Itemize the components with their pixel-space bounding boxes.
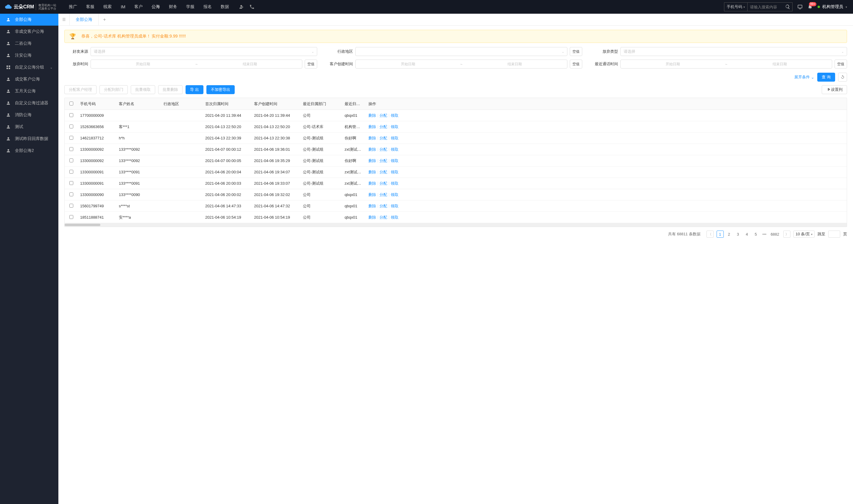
row-assign[interactable]: 分配 [379,124,387,130]
row-claim[interactable]: 领取 [391,203,399,209]
admin-region-empty-btn[interactable]: 空值 [570,47,582,56]
abandon-type-select[interactable]: 请选择⌄ [620,47,847,56]
topnav-item[interactable]: 财务 [165,0,181,14]
abandon-time-range[interactable]: 开始日期~结束日期 [91,59,302,69]
sidebar-item[interactable]: 自定义公海分组⌄ [0,61,58,73]
notifications[interactable]: 99+ [807,4,813,10]
add-user-icon[interactable] [239,4,244,10]
row-checkbox[interactable] [69,170,73,174]
pager-jump-input[interactable] [828,231,840,238]
sidebar-item[interactable]: 五月天公海 [0,85,58,97]
row-checkbox[interactable] [69,159,73,162]
pager-page[interactable]: 5 [752,231,760,238]
row-delete[interactable]: 删除 [368,215,376,220]
row-delete[interactable]: 删除 [368,181,376,186]
search-button[interactable] [783,3,792,11]
sidebar-item[interactable]: 非成交客户公海 [0,25,58,38]
pager-page[interactable]: 4 [743,231,750,238]
admin-region-select[interactable]: ⌄ [355,47,567,56]
phone-icon[interactable] [249,4,255,10]
set-columns-button[interactable]: 设置列 [822,85,847,94]
friend-source-select[interactable]: 请选择⌄ [91,47,317,56]
monitor-icon[interactable] [797,4,803,10]
search-type-select[interactable]: 手机号码 ▾ [724,3,748,11]
row-assign[interactable]: 分配 [379,203,387,209]
pager-prev[interactable]: 〈 [706,231,714,238]
row-claim[interactable]: 领取 [391,147,399,152]
row-claim[interactable]: 领取 [391,169,399,175]
tab-add[interactable]: + [98,17,110,22]
tab-all-public[interactable]: 全部公海 [70,14,98,25]
user-menu[interactable]: 机构管理员 ▾ [818,4,847,10]
row-assign[interactable]: 分配 [379,181,387,186]
sidebar-item[interactable]: 二咨公海 [0,38,58,50]
horizontal-scrollbar[interactable] [65,223,847,227]
pager-next[interactable]: 〉 [783,231,791,238]
row-checkbox[interactable] [69,215,73,219]
sidebar-item[interactable]: 全部公海 [0,14,58,25]
row-assign[interactable]: 分配 [379,169,387,175]
row-assign[interactable]: 分配 [379,136,387,141]
sidebar-item[interactable]: 注安公海 [0,50,58,61]
search-input[interactable] [748,3,783,11]
export-plain-button[interactable]: 不加密导出 [206,85,235,94]
bulk-delete-button[interactable]: 批量删除 [158,85,183,94]
row-delete[interactable]: 删除 [368,124,376,130]
row-claim[interactable]: 领取 [391,215,399,220]
recent-call-range[interactable]: 开始日期~结束日期 [620,59,832,69]
topnav-item[interactable]: 数据 [217,0,233,14]
row-delete[interactable]: 删除 [368,203,376,209]
pager-size-select[interactable]: 10 条/页▾ [794,231,815,238]
assign-manager-button[interactable]: 分配客户经理 [64,85,96,94]
customer-create-range[interactable]: 开始日期~结束日期 [355,59,567,69]
sidebar-item[interactable]: 测试昨日回库数据 [0,133,58,145]
row-checkbox[interactable] [69,147,73,151]
query-button[interactable]: 查 询 [817,73,835,82]
abandon-time-empty-btn[interactable]: 空值 [305,59,317,69]
topnav-item[interactable]: 客服 [82,0,98,14]
row-assign[interactable]: 分配 [379,158,387,164]
topnav-item[interactable]: 推广 [65,0,81,14]
sidebar-item[interactable]: 成交客户公海 [0,73,58,85]
row-delete[interactable]: 删除 [368,113,376,118]
row-assign[interactable]: 分配 [379,192,387,197]
row-claim[interactable]: 领取 [391,136,399,141]
bulk-claim-button[interactable]: 批量领取 [131,85,155,94]
sidebar-item[interactable]: 测试 [0,121,58,133]
row-claim[interactable]: 领取 [391,181,399,186]
topnav-item[interactable]: IM [116,0,130,14]
logo[interactable]: 云朵CRM 教育机构一站 式服务云平台 [0,4,61,10]
row-delete[interactable]: 删除 [368,169,376,175]
row-checkbox[interactable] [69,193,73,196]
row-delete[interactable]: 删除 [368,136,376,141]
topnav-item[interactable]: 学服 [182,0,199,14]
row-checkbox[interactable] [69,181,73,185]
row-claim[interactable]: 领取 [391,124,399,130]
row-checkbox[interactable] [69,125,73,128]
assign-dept-button[interactable]: 分配到部门 [99,85,128,94]
row-checkbox[interactable] [69,204,73,208]
row-checkbox[interactable] [69,113,73,117]
row-checkbox[interactable] [69,136,73,140]
row-claim[interactable]: 领取 [391,192,399,197]
recent-call-empty-btn[interactable]: 空值 [835,59,847,69]
tabs-toggle[interactable]: ☰ [58,14,70,25]
row-assign[interactable]: 分配 [379,147,387,152]
pager-page[interactable]: 2 [726,231,733,238]
select-all-checkbox[interactable] [69,102,73,105]
pager-last[interactable]: 6882 [769,231,780,238]
refresh-button[interactable] [838,73,847,82]
export-button[interactable]: 导 出 [185,85,203,94]
row-delete[interactable]: 删除 [368,147,376,152]
row-claim[interactable]: 领取 [391,113,399,118]
row-delete[interactable]: 删除 [368,192,376,197]
topnav-item[interactable]: 报名 [199,0,216,14]
pager-page[interactable]: 3 [734,231,742,238]
sidebar-item[interactable]: 全部公海2 [0,145,58,157]
expand-filters[interactable]: 展开条件 ⌄ [794,74,814,80]
row-assign[interactable]: 分配 [379,113,387,118]
topnav-item[interactable]: 客户 [130,0,147,14]
topnav-item[interactable]: 公海 [147,0,164,14]
row-delete[interactable]: 删除 [368,158,376,164]
sidebar-item[interactable]: 自定义公海过滤器 [0,97,58,109]
